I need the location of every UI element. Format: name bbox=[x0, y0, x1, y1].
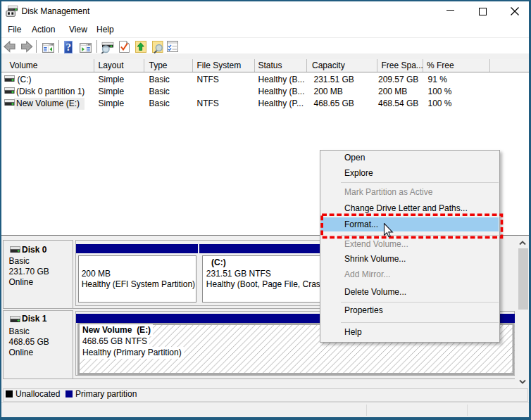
svg-text:?: ? bbox=[65, 41, 71, 52]
